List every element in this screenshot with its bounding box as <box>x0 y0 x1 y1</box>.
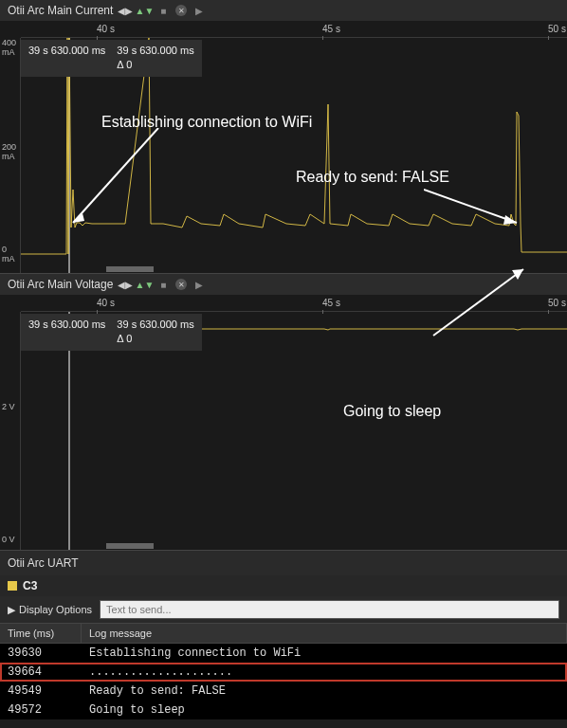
current-hscroll[interactable] <box>106 266 154 272</box>
uart-row-message: Going to sleep <box>89 703 559 717</box>
uart-log-row[interactable]: 49572Going to sleep <box>0 701 567 719</box>
annotation-ready: Ready to send: FALSE <box>296 169 449 186</box>
measure-delta: Δ 0 <box>117 332 193 346</box>
time-tick: 50 s <box>548 24 566 34</box>
annotation-sleep: Going to sleep <box>343 403 441 420</box>
channel-label: C3 <box>23 579 37 592</box>
current-measure-tooltip: 39 s 630.000 ms 39 s 630.000 ms Δ 0 <box>21 40 202 77</box>
time-tick: 45 s <box>322 24 340 34</box>
measure-delta: Δ 0 <box>117 58 193 72</box>
measure-t1: 39 s 630.000 ms <box>28 44 105 58</box>
voltage-panel-title: Otii Arc Main Voltage <box>8 278 113 291</box>
close-icon[interactable]: ✕ <box>175 279 187 290</box>
uart-row-time: 49572 <box>8 703 89 717</box>
current-panel-header: Otii Arc Main Current ◀▶ ▲▼ ■ ✕ ▶ <box>0 0 567 21</box>
current-chart[interactable]: 40 s 45 s 50 s 400 mA 200 mA 0 mA 39 s 6… <box>0 21 567 273</box>
voltage-chart[interactable]: 40 s 45 s 50 s 2 V 0 V 39 s 630.000 ms 3… <box>0 295 567 550</box>
uart-row-message: Ready to send: FALSE <box>89 684 559 698</box>
uart-controls-row: ▶ Display Options <box>0 596 567 623</box>
play-icon[interactable]: ▶ <box>192 278 206 291</box>
pan-horizontal-icon[interactable]: ◀▶ <box>119 278 132 291</box>
stop-icon[interactable]: ■ <box>156 4 170 17</box>
display-options-label: Display Options <box>19 604 92 615</box>
uart-row-message: Establishing connection to WiFi <box>89 646 559 660</box>
chevron-right-icon: ▶ <box>8 604 15 616</box>
uart-channel-row[interactable]: C3 <box>0 575 567 596</box>
uart-panel-title: Otii Arc UART <box>0 551 567 575</box>
uart-log-row[interactable]: 49549Ready to send: FALSE <box>0 682 567 701</box>
uart-col-msg[interactable]: Log message <box>82 624 567 643</box>
y-tick: 2 V <box>2 402 15 411</box>
current-time-ruler: 40 s 45 s 50 s <box>21 21 567 38</box>
uart-send-input[interactable] <box>100 600 559 619</box>
uart-row-time: 39664 <box>8 665 89 679</box>
pan-vertical-icon[interactable]: ▲▼ <box>137 278 151 291</box>
stop-icon[interactable]: ■ <box>156 278 170 291</box>
y-tick: 200 mA <box>2 142 20 161</box>
play-icon[interactable]: ▶ <box>192 4 206 17</box>
uart-log-row[interactable]: 39630Establishing connection to WiFi <box>0 644 567 663</box>
uart-row-time: 49549 <box>8 684 89 698</box>
pan-horizontal-icon[interactable]: ◀▶ <box>119 4 132 17</box>
time-tick: 45 s <box>322 298 340 308</box>
measure-t2: 39 s 630.000 ms <box>117 318 193 332</box>
measure-t2: 39 s 630.000 ms <box>117 44 193 58</box>
uart-log-row[interactable]: 39664..................... <box>0 663 567 682</box>
time-tick: 40 s <box>97 24 115 34</box>
current-panel-title: Otii Arc Main Current <box>8 4 113 17</box>
time-tick: 40 s <box>97 298 115 308</box>
uart-row-time: 39630 <box>8 646 89 660</box>
uart-row-message: ..................... <box>89 665 559 679</box>
close-icon[interactable]: ✕ <box>175 5 187 16</box>
voltage-time-ruler: 40 s 45 s 50 s <box>21 295 567 312</box>
time-tick: 50 s <box>548 298 566 308</box>
uart-table-header: Time (ms) Log message <box>0 623 567 644</box>
uart-log-rows[interactable]: 39630Establishing connection to WiFi3966… <box>0 644 567 719</box>
measure-t1: 39 s 630.000 ms <box>28 318 105 332</box>
current-y-axis: 400 mA 200 mA 0 mA <box>0 38 21 273</box>
voltage-hscroll[interactable] <box>106 543 154 549</box>
display-options-toggle[interactable]: ▶ Display Options <box>8 604 92 616</box>
y-tick: 400 mA <box>2 38 20 57</box>
channel-color-swatch <box>8 581 17 591</box>
annotation-wifi: Establishing connection to WiFi <box>101 114 312 131</box>
voltage-panel: Otii Arc Main Voltage ◀▶ ▲▼ ■ ✕ ▶ 40 s 4… <box>0 274 567 551</box>
voltage-panel-header: Otii Arc Main Voltage ◀▶ ▲▼ ■ ✕ ▶ <box>0 274 567 295</box>
voltage-y-axis: 2 V 0 V <box>0 312 21 550</box>
pan-vertical-icon[interactable]: ▲▼ <box>137 4 151 17</box>
current-panel: Otii Arc Main Current ◀▶ ▲▼ ■ ✕ ▶ 40 s 4… <box>0 0 567 274</box>
y-tick: 0 mA <box>2 245 20 264</box>
voltage-measure-tooltip: 39 s 630.000 ms 39 s 630.000 ms Δ 0 <box>21 314 202 351</box>
current-plot[interactable]: 39 s 630.000 ms 39 s 630.000 ms Δ 0 Esta… <box>21 38 567 273</box>
uart-col-time[interactable]: Time (ms) <box>0 624 82 643</box>
y-tick: 0 V <box>2 535 15 544</box>
uart-panel: Otii Arc UART C3 ▶ Display Options Time … <box>0 551 567 719</box>
voltage-plot[interactable]: 39 s 630.000 ms 39 s 630.000 ms Δ 0 Goin… <box>21 312 567 550</box>
